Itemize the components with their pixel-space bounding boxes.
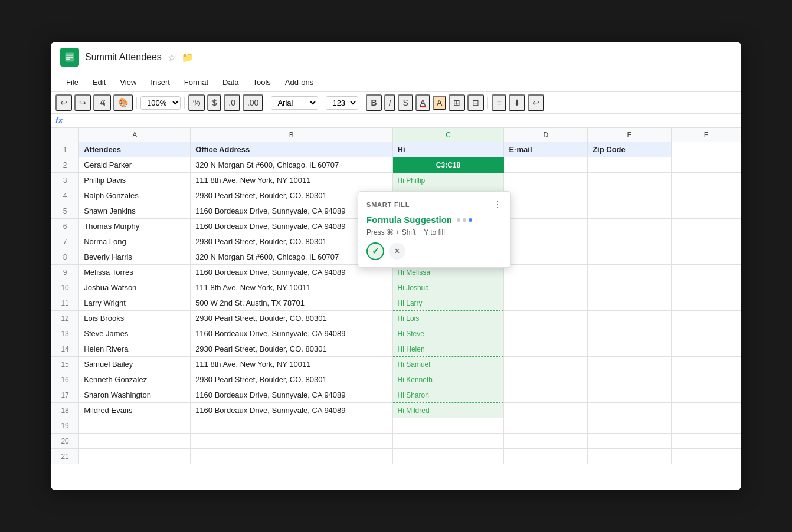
cell-e-11[interactable] <box>588 295 672 311</box>
cell-a-11[interactable]: Larry Wright <box>79 295 191 311</box>
cell-f-20[interactable] <box>671 434 741 449</box>
dismiss-button[interactable]: × <box>389 243 405 260</box>
cell-d-19[interactable] <box>504 418 588 434</box>
cell-e-5[interactable] <box>588 203 672 219</box>
valign-button[interactable]: ⬇ <box>509 94 525 111</box>
cell-a-16[interactable]: Kenneth Gonzalez <box>79 372 191 387</box>
decimal-up-button[interactable]: .00 <box>243 94 263 111</box>
cell-f-17[interactable] <box>671 387 741 403</box>
menu-file[interactable]: File <box>60 75 84 89</box>
cell-f-16[interactable] <box>671 372 741 387</box>
cell-a-3[interactable]: Phillip Davis <box>79 173 191 188</box>
cell-e-10[interactable] <box>588 280 672 295</box>
percent-button[interactable]: % <box>188 94 205 111</box>
cell-d-6[interactable] <box>504 219 588 234</box>
cell-e-7[interactable] <box>588 234 672 249</box>
col-header-f[interactable]: F <box>671 128 741 142</box>
cell-f-1[interactable] <box>671 142 741 157</box>
cell-e-4[interactable] <box>588 188 672 203</box>
strikethrough-button[interactable]: S <box>398 94 413 111</box>
cell-c-12[interactable]: Hi Lois <box>392 311 504 326</box>
cell-d-7[interactable] <box>504 234 588 249</box>
cell-f-9[interactable] <box>671 265 741 280</box>
cell-b-16[interactable]: 2930 Pearl Street, Boulder, CO. 80301 <box>191 372 392 387</box>
cell-f-15[interactable] <box>671 357 741 372</box>
cell-d-8[interactable] <box>504 249 588 265</box>
cell-a-10[interactable]: Joshua Watson <box>79 280 191 295</box>
cell-e-6[interactable] <box>588 219 672 234</box>
cell-b-20[interactable] <box>191 434 392 449</box>
cell-f-13[interactable] <box>671 326 741 341</box>
formula-input[interactable] <box>67 116 737 125</box>
cell-d-16[interactable] <box>504 372 588 387</box>
undo-button[interactable]: ↩ <box>55 94 72 111</box>
fill-color-button[interactable]: A <box>433 96 446 110</box>
cell-b-11[interactable]: 500 W 2nd St. Austin, TX 78701 <box>191 295 392 311</box>
cell-d-5[interactable] <box>504 203 588 219</box>
cell-f-21[interactable] <box>671 449 741 464</box>
cell-e-12[interactable] <box>588 311 672 326</box>
cell-f-10[interactable] <box>671 280 741 295</box>
cell-b-1[interactable]: Office Address <box>191 142 392 157</box>
cell-c-19[interactable] <box>392 418 504 434</box>
cell-a-18[interactable]: Mildred Evans <box>79 403 191 418</box>
cell-e-13[interactable] <box>588 326 672 341</box>
cell-e-19[interactable] <box>588 418 672 434</box>
cell-a-1[interactable]: Attendees <box>79 142 191 157</box>
cell-d-1[interactable]: E-mail <box>504 142 588 157</box>
menu-data[interactable]: Data <box>217 75 244 89</box>
cell-f-4[interactable] <box>671 188 741 203</box>
cell-e-20[interactable] <box>588 434 672 449</box>
menu-view[interactable]: View <box>114 75 142 89</box>
cell-b-13[interactable]: 1160 Bordeaux Drive, Sunnyvale, CA 94089 <box>191 326 392 341</box>
cell-f-3[interactable] <box>671 173 741 188</box>
cell-a-7[interactable]: Norma Long <box>79 234 191 249</box>
cell-b-3[interactable]: 111 8th Ave. New York, NY 10011 <box>191 173 392 188</box>
dollar-button[interactable]: $ <box>207 94 221 111</box>
cell-d-10[interactable] <box>504 280 588 295</box>
accept-button[interactable] <box>366 242 384 260</box>
cell-f-5[interactable] <box>671 203 741 219</box>
cell-b-21[interactable] <box>191 449 392 464</box>
cell-b-19[interactable] <box>191 418 392 434</box>
cell-d-3[interactable] <box>504 173 588 188</box>
merge-button[interactable]: ⊟ <box>467 94 484 111</box>
cell-c-1[interactable]: Hi <box>392 142 504 157</box>
cell-c-17[interactable]: Hi Sharon <box>392 387 504 403</box>
cell-f-12[interactable] <box>671 311 741 326</box>
cell-d-17[interactable] <box>504 387 588 403</box>
cell-d-13[interactable] <box>504 326 588 341</box>
menu-insert[interactable]: Insert <box>145 75 176 89</box>
cell-d-9[interactable] <box>504 265 588 280</box>
menu-addons[interactable]: Add-ons <box>279 75 319 89</box>
bold-button[interactable]: B <box>366 94 381 111</box>
cell-d-18[interactable] <box>504 403 588 418</box>
zoom-select[interactable]: 100% <box>140 96 181 110</box>
italic-button[interactable]: I <box>384 94 396 111</box>
cell-f-6[interactable] <box>671 219 741 234</box>
cell-b-15[interactable]: 111 8th Ave. New York, NY 10011 <box>191 357 392 372</box>
cell-d-14[interactable] <box>504 341 588 357</box>
cell-c-3[interactable]: Hi Phillip <box>392 173 504 188</box>
text-color-button[interactable]: A <box>415 94 430 111</box>
cell-b-18[interactable]: 1160 Bordeaux Drive, Sunnyvale, CA 94089 <box>191 403 392 418</box>
col-header-e[interactable]: E <box>588 128 672 142</box>
cell-f-2[interactable] <box>671 157 741 173</box>
cell-c-2[interactable]: C3:C18 <box>392 157 504 173</box>
cell-d-21[interactable] <box>504 449 588 464</box>
cell-a-8[interactable]: Beverly Harris <box>79 249 191 265</box>
cell-f-7[interactable] <box>671 234 741 249</box>
cell-d-12[interactable] <box>504 311 588 326</box>
cell-e-3[interactable] <box>588 173 672 188</box>
paint-format-button[interactable]: 🎨 <box>113 94 133 111</box>
cell-e-8[interactable] <box>588 249 672 265</box>
text-wrap-button[interactable]: ↩ <box>528 94 544 111</box>
cell-a-12[interactable]: Lois Brooks <box>79 311 191 326</box>
col-header-d[interactable]: D <box>504 128 588 142</box>
cell-d-20[interactable] <box>504 434 588 449</box>
redo-button[interactable]: ↪ <box>74 94 91 111</box>
cell-d-2[interactable] <box>504 157 588 173</box>
cell-a-21[interactable] <box>79 449 191 464</box>
cell-f-8[interactable] <box>671 249 741 265</box>
col-header-b[interactable]: B <box>191 128 392 142</box>
